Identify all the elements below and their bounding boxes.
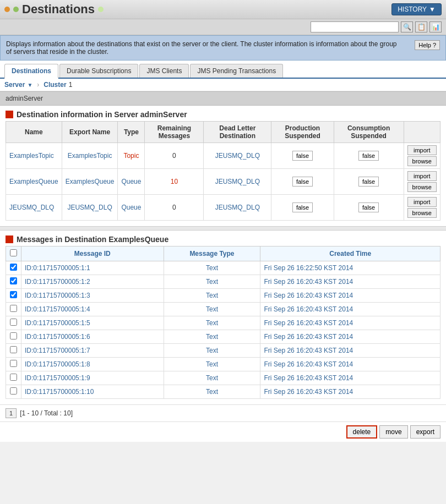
history-button[interactable]: HISTORY ▼ bbox=[391, 3, 442, 15]
destination-section-title: Destination information in Server adminS… bbox=[17, 110, 187, 119]
dot-light-icon bbox=[98, 7, 104, 12]
consumption-btn[interactable]: false bbox=[358, 177, 379, 187]
dest-dead-letter-link[interactable]: JEUSMQ_DLQ bbox=[215, 152, 260, 160]
server-dropdown-icon: ▼ bbox=[27, 82, 32, 88]
msg-checkbox[interactable] bbox=[10, 319, 17, 326]
import-button[interactable]: import bbox=[407, 171, 437, 181]
msg-time-cell: Fri Sep 26 16:22:50 KST 2014 bbox=[260, 261, 440, 275]
msg-id-cell: ID:0:11715700005:1:10 bbox=[21, 385, 164, 399]
dest-dead-letter-link[interactable]: JEUSMQ_DLQ bbox=[215, 178, 260, 185]
msg-id-link[interactable]: ID:0:11715700005:1:8 bbox=[25, 360, 90, 368]
export-button[interactable]: export bbox=[410, 425, 440, 439]
msg-id-link[interactable]: ID:0:11715700005:1:9 bbox=[25, 374, 90, 382]
msg-checkbox-cell bbox=[6, 371, 21, 385]
page-number[interactable]: 1 bbox=[6, 408, 17, 418]
dest-actions-cell: importbrowse bbox=[404, 195, 440, 221]
msg-checkbox[interactable] bbox=[10, 277, 17, 284]
msg-id-link[interactable]: ID:0:11715700005:1:10 bbox=[25, 388, 94, 396]
help-button[interactable]: Help ? bbox=[415, 40, 440, 50]
msg-checkbox-cell bbox=[6, 330, 21, 344]
dest-export-link[interactable]: ExamplesTopic bbox=[68, 152, 112, 160]
history-label: HISTORY bbox=[398, 6, 427, 13]
dest-consumption-cell: false bbox=[334, 143, 404, 169]
msg-id-cell: ID:0:11715700005:1:9 bbox=[21, 371, 164, 385]
search-input[interactable] bbox=[311, 21, 399, 32]
msg-checkbox[interactable] bbox=[10, 291, 17, 298]
destination-table: Name Export Name Type Remaining Messages… bbox=[6, 121, 440, 221]
msg-id-link[interactable]: ID:0:11715700005:1:2 bbox=[25, 278, 90, 286]
table-row: ID:0:11715700005:1:6 Text Fri Sep 26 16:… bbox=[6, 330, 440, 344]
msg-id-link[interactable]: ID:0:11715700005:1:7 bbox=[25, 347, 90, 354]
msg-checkbox[interactable] bbox=[10, 305, 17, 312]
copy-button[interactable]: 📋 bbox=[415, 21, 427, 32]
msg-checkbox[interactable] bbox=[10, 360, 17, 367]
msg-checkbox-cell bbox=[6, 289, 21, 303]
production-btn[interactable]: false bbox=[292, 151, 313, 161]
msg-id-link[interactable]: ID:0:11715700005:1:3 bbox=[25, 292, 90, 299]
search-bar: 🔍 📋 📊 bbox=[0, 19, 446, 35]
dest-production-cell: false bbox=[271, 143, 334, 169]
msg-id-cell: ID:0:11715700005:1:8 bbox=[21, 358, 164, 371]
dest-name-link[interactable]: ExamplesQueue bbox=[9, 178, 58, 185]
server-filter[interactable]: Server bbox=[4, 81, 25, 89]
dest-name-link[interactable]: ExamplesTopic bbox=[9, 152, 54, 160]
consumption-btn[interactable]: false bbox=[358, 202, 379, 212]
dest-dead-letter-cell: JEUSMQ_DLQ bbox=[204, 195, 271, 221]
browse-button[interactable]: browse bbox=[407, 182, 437, 192]
msg-type-cell: Text bbox=[164, 261, 260, 275]
section-separator bbox=[0, 226, 446, 231]
msg-time-cell: Fri Sep 26 16:20:43 KST 2014 bbox=[260, 358, 440, 371]
table-row: ID:0:11715700005:1:9 Text Fri Sep 26 16:… bbox=[6, 371, 440, 385]
msg-id-link[interactable]: ID:0:11715700005:1:5 bbox=[25, 319, 90, 327]
dest-name-link[interactable]: JEUSMQ_DLQ bbox=[9, 204, 54, 211]
cluster-filter[interactable]: Cluster bbox=[43, 81, 66, 89]
table-row: ExamplesTopic ExamplesTopic Topic 0 JEUS… bbox=[6, 143, 440, 169]
msg-id-link[interactable]: ID:0:11715700005:1:1 bbox=[25, 264, 90, 272]
messages-section-header: Messages in Destination ExamplesQueue bbox=[0, 231, 446, 246]
dest-dead-letter-link[interactable]: JEUSMQ_DLQ bbox=[215, 204, 260, 211]
msg-checkbox[interactable] bbox=[10, 332, 17, 339]
production-btn[interactable]: false bbox=[292, 202, 313, 212]
col-dead-letter: Dead Letter Destination bbox=[204, 122, 271, 143]
consumption-btn[interactable]: false bbox=[358, 151, 379, 161]
msg-id-link[interactable]: ID:0:11715700005:1:4 bbox=[25, 305, 90, 313]
production-btn[interactable]: false bbox=[292, 177, 313, 187]
info-text: Displays information about the destinati… bbox=[6, 40, 403, 56]
msg-checkbox-cell bbox=[6, 261, 21, 275]
browse-button[interactable]: browse bbox=[407, 208, 437, 218]
msg-type-cell: Text bbox=[164, 358, 260, 371]
table-row: JEUSMQ_DLQ JEUSMQ_DLQ Queue 0 JEUSMQ_DLQ… bbox=[6, 195, 440, 221]
tab-durable-subscriptions[interactable]: Durable Subscriptions bbox=[59, 64, 138, 78]
delete-button[interactable]: delete bbox=[346, 425, 378, 439]
tab-jms-clients[interactable]: JMS Clients bbox=[139, 64, 189, 78]
msg-id-cell: ID:0:11715700005:1:1 bbox=[21, 261, 164, 275]
table-row: ID:0:11715700005:1:1 Text Fri Sep 26 16:… bbox=[6, 261, 440, 275]
dest-export-link[interactable]: ExamplesQueue bbox=[66, 178, 115, 185]
dest-dead-letter-cell: JEUSMQ_DLQ bbox=[204, 143, 271, 169]
msg-checkbox[interactable] bbox=[10, 346, 17, 353]
msg-id-link[interactable]: ID:0:11715700005:1:6 bbox=[25, 333, 90, 341]
import-button[interactable]: import bbox=[407, 197, 437, 207]
msg-checkbox[interactable] bbox=[10, 264, 17, 271]
browse-button[interactable]: browse bbox=[407, 156, 437, 166]
msg-checkbox[interactable] bbox=[10, 387, 17, 395]
dest-export-link[interactable]: JEUSMQ_DLQ bbox=[67, 204, 112, 211]
bottom-bar: delete move export bbox=[0, 421, 446, 442]
select-all-checkbox[interactable] bbox=[10, 249, 17, 256]
search-button[interactable]: 🔍 bbox=[401, 21, 413, 32]
dest-name-cell: JEUSMQ_DLQ bbox=[6, 195, 62, 221]
admin-server-label: adminServer bbox=[0, 91, 446, 106]
col-created-time: Created Time bbox=[260, 246, 440, 261]
move-button[interactable]: move bbox=[379, 425, 407, 439]
msg-id-cell: ID:0:11715700005:1:2 bbox=[21, 275, 164, 289]
table-row: ID:0:11715700005:1:4 Text Fri Sep 26 16:… bbox=[6, 303, 440, 316]
messages-table: Message ID Message Type Created Time ID:… bbox=[6, 246, 440, 399]
action-buttons: importbrowse bbox=[407, 171, 437, 192]
msg-checkbox[interactable] bbox=[10, 374, 17, 381]
import-button[interactable]: import bbox=[407, 145, 437, 155]
tab-jms-pending-transactions[interactable]: JMS Pending Transactions bbox=[190, 64, 283, 78]
export-icon-button[interactable]: 📊 bbox=[429, 21, 442, 32]
messages-red-square-icon bbox=[6, 235, 13, 243]
dest-export-cell: ExamplesTopic bbox=[62, 143, 118, 169]
tab-destinations[interactable]: Destinations bbox=[4, 64, 58, 79]
